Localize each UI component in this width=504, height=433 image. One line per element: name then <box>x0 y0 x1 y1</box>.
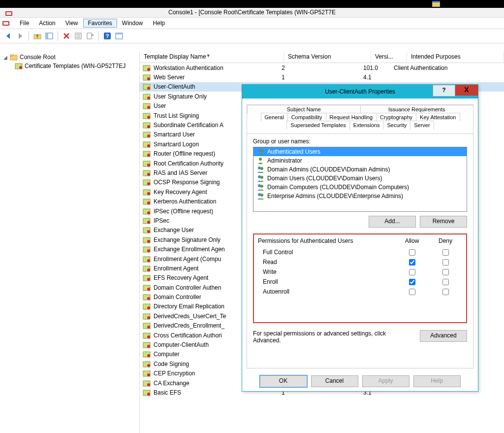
up-folder-icon[interactable] <box>33 32 42 40</box>
svg-point-81 <box>147 345 150 348</box>
help-button[interactable]: Help <box>413 375 461 387</box>
help-icon[interactable]: ? <box>103 32 112 40</box>
ok-button[interactable]: OK <box>260 375 307 387</box>
template-name: IPSec (Offline request) <box>154 208 213 215</box>
svg-point-97 <box>258 175 261 178</box>
tab-server[interactable]: Server <box>410 121 434 130</box>
template-icon <box>143 350 151 358</box>
allow-checkbox[interactable] <box>409 289 415 295</box>
tab-key-attestation[interactable]: Key Attestation <box>416 113 460 121</box>
col-schema-version[interactable]: Schema Version <box>284 52 371 63</box>
folder-icon <box>10 53 18 61</box>
tab-security[interactable]: Security <box>383 121 410 130</box>
svg-point-55 <box>147 221 150 224</box>
template-icon <box>143 102 151 110</box>
template-icon <box>143 131 151 138</box>
user-icon <box>256 157 264 165</box>
remove-button[interactable]: Remove <box>420 216 467 228</box>
svg-point-37 <box>147 134 150 137</box>
tab-compatibility[interactable]: Compatibility <box>287 113 326 121</box>
svg-rect-5 <box>3 22 8 25</box>
properties-icon[interactable] <box>74 32 83 40</box>
menu-help[interactable]: Help <box>148 19 170 28</box>
menu-view[interactable]: View <box>61 19 83 28</box>
collapse-icon[interactable]: ◢ <box>3 55 8 60</box>
cancel-button[interactable]: Cancel <box>311 375 358 387</box>
group-item[interactable]: Administrator <box>253 156 467 165</box>
deny-checkbox[interactable] <box>442 289 449 295</box>
add-button[interactable]: Add... <box>369 216 416 228</box>
tab-request-handling[interactable]: Request Handling <box>326 113 377 121</box>
template-name: Computer <box>154 351 180 358</box>
deny-checkbox[interactable] <box>442 249 449 256</box>
svg-point-47 <box>147 182 150 185</box>
group-item[interactable]: Authenticated Users <box>253 147 467 156</box>
template-icon <box>143 64 151 72</box>
template-icon <box>143 236 151 244</box>
template-icon <box>143 379 151 387</box>
dialog-titlebar[interactable]: User-ClientAuth Properties ? X <box>242 85 478 99</box>
template-name: Router (Offline request) <box>154 150 215 157</box>
group-item[interactable]: Domain Computers (CLOUDDEV\Domain Comput… <box>253 183 467 192</box>
group-item[interactable]: Enterprise Admins (CLOUDDEV\Enterprise A… <box>253 192 467 200</box>
tabs-row-1: Subject NameIssuance Requirements <box>247 105 473 113</box>
deny-checkbox[interactable] <box>442 279 449 285</box>
tab-subject-name[interactable]: Subject Name <box>247 105 361 113</box>
menu-window[interactable]: Window <box>117 19 148 28</box>
delete-icon[interactable] <box>62 32 71 40</box>
deny-checkbox[interactable] <box>442 259 449 266</box>
tree-root[interactable]: ◢ Console Root <box>0 53 139 62</box>
table-row[interactable]: Workstation Authentication2101.0Client A… <box>140 63 504 72</box>
deny-checkbox[interactable] <box>442 269 449 275</box>
tab-superseded-templates[interactable]: Superseded Templates <box>286 121 349 130</box>
tree-child[interactable]: Certificate Templates (WIN-GP52T7EJ <box>0 62 139 70</box>
template-name: Exchange User <box>154 227 194 233</box>
template-icon <box>143 312 151 320</box>
group-item[interactable]: Domain Users (CLOUDDEV\Domain Users) <box>253 174 467 183</box>
group-name: Domain Admins (CLOUDDEV\Domain Admins) <box>267 166 390 173</box>
tab-extensions[interactable]: Extensions <box>349 121 384 130</box>
group-name: Enterprise Admins (CLOUDDEV\Enterprise A… <box>267 193 403 200</box>
dialog-help-button[interactable]: ? <box>433 85 455 97</box>
dialog-close-button[interactable]: X <box>455 85 478 96</box>
permission-row: Full Control <box>258 247 462 257</box>
col-template-name[interactable]: Template Display Name▼ <box>140 52 284 63</box>
template-name: Exchange Enrollment Agen <box>154 246 225 253</box>
template-schema: 1 <box>279 74 360 81</box>
template-name: Subordinate Certification A <box>154 122 223 129</box>
apply-button[interactable]: Apply <box>362 375 410 387</box>
svg-point-61 <box>147 249 150 252</box>
tree-pane[interactable]: ◢ Console Root Certificate Templates (WI… <box>0 52 140 433</box>
template-name: Smartcard User <box>154 131 195 138</box>
show-hide-tree-icon[interactable] <box>45 32 54 40</box>
svg-point-101 <box>258 193 261 196</box>
users-icon <box>256 148 264 156</box>
allow-checkbox[interactable] <box>409 259 415 266</box>
template-icon <box>143 226 151 234</box>
export-list-icon[interactable] <box>86 32 94 40</box>
template-icon <box>143 93 151 100</box>
menu-file[interactable]: File <box>15 19 34 28</box>
table-row[interactable]: Web Server14.1 <box>140 72 504 82</box>
template-name: Kerberos Authentication <box>154 198 216 205</box>
svg-point-53 <box>147 211 150 214</box>
tab-cryptography[interactable]: Cryptography <box>376 113 416 121</box>
svg-point-85 <box>147 364 150 367</box>
advanced-button[interactable]: Advanced <box>420 330 467 342</box>
back-icon[interactable] <box>4 32 13 40</box>
tab-general[interactable]: General <box>261 113 288 121</box>
forward-icon[interactable] <box>16 32 25 40</box>
allow-checkbox[interactable] <box>409 279 415 285</box>
list-header[interactable]: Template Display Name▼ Schema Version Ve… <box>140 52 504 63</box>
menu-favorites[interactable]: Favorites <box>83 19 117 28</box>
group-item[interactable]: Domain Admins (CLOUDDEV\Domain Admins) <box>253 165 467 174</box>
col-version[interactable]: Versi... <box>371 52 407 63</box>
tab-issuance-requirements[interactable]: Issuance Requirements <box>360 105 474 113</box>
allow-checkbox[interactable] <box>409 269 415 275</box>
view-mode-icon[interactable] <box>115 32 124 40</box>
col-intended-purposes[interactable]: Intended Purposes <box>407 52 504 63</box>
template-version: 101.0 <box>360 65 391 71</box>
allow-checkbox[interactable] <box>409 249 415 256</box>
group-listbox[interactable]: Authenticated UsersAdministratorDomain A… <box>253 147 467 212</box>
menu-action[interactable]: Action <box>34 19 60 28</box>
